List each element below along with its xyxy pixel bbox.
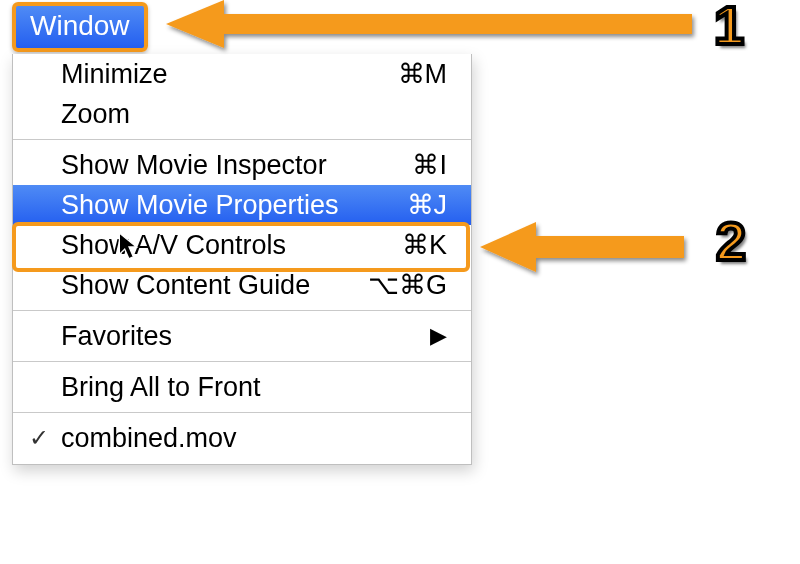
menubar-window-title[interactable]: Window: [12, 2, 148, 52]
menu-item-label: Show Movie Inspector: [61, 150, 357, 181]
svg-marker-1: [166, 0, 224, 48]
menu-item-label: Minimize: [61, 59, 357, 90]
menu-item-label: combined.mov: [61, 423, 447, 454]
menu-item-combined-mov[interactable]: ✓ combined.mov: [13, 418, 471, 458]
menu-item-shortcut: ⌘J: [357, 189, 447, 221]
annotation-arrow-2: [470, 214, 710, 284]
menu-item-favorites[interactable]: Favorites ▶: [13, 316, 471, 356]
menu-item-label: Show Content Guide: [61, 270, 357, 301]
menu-separator: [13, 361, 471, 362]
menu-item-zoom[interactable]: Zoom: [13, 94, 471, 134]
menu-item-shortcut: ⌘M: [357, 58, 447, 90]
menu-item-bring-all-to-front[interactable]: Bring All to Front: [13, 367, 471, 407]
menu-item-label: Favorites: [61, 321, 430, 352]
menu-item-label: Zoom: [61, 99, 357, 130]
menu-item-show-av-controls[interactable]: Show A/V Controls ⌘K: [13, 225, 471, 265]
svg-rect-0: [222, 14, 692, 34]
submenu-arrow-icon: ▶: [430, 323, 447, 349]
svg-marker-3: [480, 222, 536, 272]
annotation-badge-1: 1: [714, 0, 742, 56]
window-menu-dropdown: Minimize ⌘M Zoom Show Movie Inspector ⌘I…: [12, 54, 472, 465]
annotation-badge-2: 2: [716, 210, 744, 272]
menu-separator: [13, 139, 471, 140]
menu-item-shortcut: ⌘I: [357, 149, 447, 181]
menu-item-label: Show A/V Controls: [61, 230, 357, 261]
menu-item-show-content-guide[interactable]: Show Content Guide ⌥⌘G: [13, 265, 471, 305]
svg-rect-2: [534, 236, 684, 258]
menu-item-shortcut: ⌘K: [357, 229, 447, 261]
menu-item-label: Show Movie Properties: [61, 190, 357, 221]
menu-item-minimize[interactable]: Minimize ⌘M: [13, 54, 471, 94]
checkmark-icon: ✓: [29, 424, 49, 452]
menu-separator: [13, 412, 471, 413]
menu-separator: [13, 310, 471, 311]
annotation-arrow-1: [150, 0, 710, 60]
menu-item-show-movie-inspector[interactable]: Show Movie Inspector ⌘I: [13, 145, 471, 185]
menu-item-shortcut: ⌥⌘G: [357, 269, 447, 301]
menu-item-show-movie-properties[interactable]: Show Movie Properties ⌘J: [13, 185, 471, 225]
menu-item-label: Bring All to Front: [61, 372, 447, 403]
